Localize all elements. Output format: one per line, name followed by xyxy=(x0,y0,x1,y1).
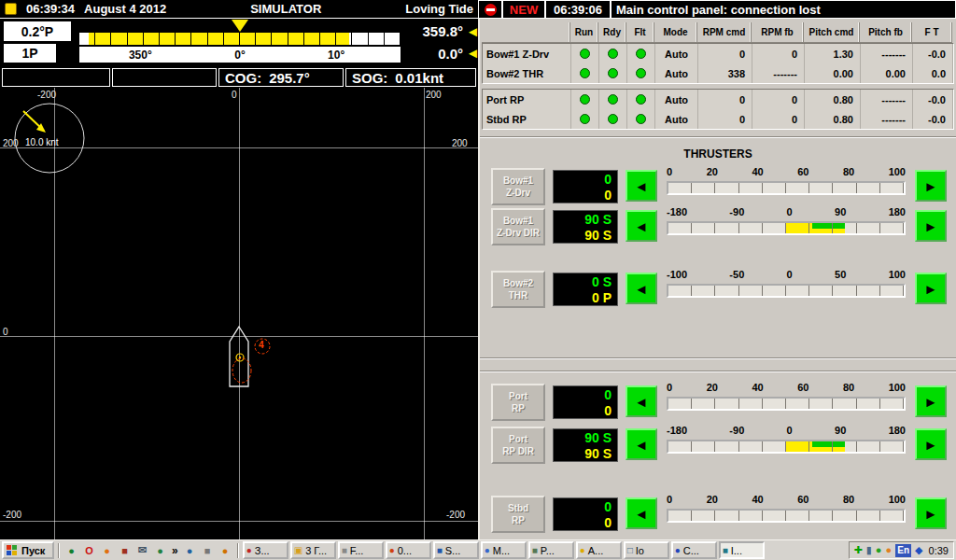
bow2-thr-button[interactable]: Bow#2 THR xyxy=(491,271,545,308)
table-header-row: Run Rdy Flt Mode RPM cmd RPM fb Pitch cm… xyxy=(482,22,954,43)
decrease-button[interactable]: ◄ xyxy=(626,273,657,304)
increase-button[interactable]: ► xyxy=(915,497,947,529)
decrease-button[interactable]: ◄ xyxy=(626,428,657,460)
increase-button[interactable]: ► xyxy=(915,170,947,202)
target-number: 4 xyxy=(259,340,264,350)
task-label: F... xyxy=(350,545,364,556)
thruster-name: Bow#1 Z-Drv xyxy=(483,44,571,63)
language-indicator[interactable]: En xyxy=(895,544,911,557)
quicklaunch-icon-4[interactable]: ■ xyxy=(117,542,133,558)
increase-button[interactable]: ► xyxy=(915,385,947,417)
thruster-row-port-rp: Port RP 0 0 ◄ 0 20 40 60 80 100 ► xyxy=(480,382,956,423)
task-icon: ■ xyxy=(532,546,538,555)
taskbar-button-4[interactable]: ● 0... xyxy=(386,541,431,559)
scale-tick-label: 50 xyxy=(835,269,846,282)
tray-icon-4[interactable]: ● xyxy=(885,545,892,555)
bow1-zdrv-dir-button[interactable]: Bow#1 Z-Drv DIR xyxy=(491,208,545,245)
toolbar-overflow-chevron[interactable]: » xyxy=(170,544,180,557)
col-flt: Flt xyxy=(626,22,654,43)
header-blank xyxy=(482,22,570,43)
quicklaunch-icon-1[interactable]: ● xyxy=(63,542,79,558)
quicklaunch-icon-8[interactable]: ■ xyxy=(200,542,216,558)
table-row: Port RP Auto 0 0 0.80 ------- -0.0 xyxy=(483,90,953,109)
value-display: 90 S 90 S xyxy=(553,428,618,462)
scale-tick-label: -180 xyxy=(667,425,687,438)
port-rp-dir-button[interactable]: Port RP DIR xyxy=(491,427,545,464)
clock-time: 06:39:34 xyxy=(26,2,75,16)
col-rpm-cmd: RPM cmd xyxy=(697,22,752,43)
scale-tick-label: -90 xyxy=(729,206,744,219)
tray-clock[interactable]: 0:39 xyxy=(927,545,949,556)
tray-icon-2[interactable]: ▮ xyxy=(866,545,872,555)
alarm-new-badge[interactable]: NEW xyxy=(502,0,545,19)
taskbar-button-3[interactable]: ■ F... xyxy=(338,541,384,559)
scale-bar xyxy=(667,284,906,298)
scale-tick-label: 0 xyxy=(667,166,672,179)
decrease-button[interactable]: ◄ xyxy=(626,385,657,417)
scale-tick-label: 0 xyxy=(667,382,672,395)
tray-icon-1[interactable]: ✚ xyxy=(854,545,863,555)
quicklaunch-icon-9[interactable]: ● xyxy=(218,542,233,558)
no-entry-icon xyxy=(485,4,497,16)
port-rp-button[interactable]: Port RP xyxy=(491,384,545,421)
value-display: 0 0 xyxy=(553,170,618,203)
taskbar-button-7[interactable]: ■ P... xyxy=(528,541,574,559)
scale-tick-label: 0 xyxy=(667,494,672,507)
scale-tick-label: 40 xyxy=(752,494,763,507)
left-arrow-icon: ◄ xyxy=(635,506,649,522)
increase-button[interactable]: ► xyxy=(915,210,947,242)
scale-tick-label: 80 xyxy=(843,494,854,507)
cog-cell: COG: 295.7° xyxy=(218,68,344,87)
taskbar-button-6[interactable]: ● M... xyxy=(481,541,527,559)
tray-icon-3[interactable]: ● xyxy=(876,545,882,555)
rpm-fb-value: 0 xyxy=(752,109,805,129)
decrease-button[interactable]: ◄ xyxy=(626,170,657,202)
quicklaunch-icon-6[interactable]: ● xyxy=(152,542,168,558)
scale-labels: 0 20 40 60 80 100 xyxy=(667,166,906,179)
quicklaunch-icon-2[interactable]: O xyxy=(81,542,97,558)
cog-sog-bar: COG: 295.7° SOG: 0.01knt xyxy=(0,67,478,88)
folder-icon: ▣ xyxy=(294,546,302,555)
decrease-button[interactable]: ◄ xyxy=(626,210,657,242)
increase-button[interactable]: ► xyxy=(915,428,947,460)
task-icon: ● xyxy=(389,546,395,555)
start-button[interactable]: Пуск xyxy=(2,541,54,559)
task-icon: ■ xyxy=(437,546,443,555)
alarm-message[interactable]: Main control panel: connection lost xyxy=(611,0,956,19)
quicklaunch-icon-5[interactable]: ✉ xyxy=(134,542,150,558)
taskbar-button-11-active[interactable]: ■ I... xyxy=(719,541,765,559)
thruster-scale: 0 20 40 60 80 100 xyxy=(667,382,906,411)
taskbar-button-10[interactable]: ● C... xyxy=(671,541,717,559)
scale-labels: 0 20 40 60 80 100 xyxy=(667,382,906,395)
rpm-fb-value: 0 xyxy=(752,44,805,63)
ready-indicator xyxy=(608,94,618,105)
rpm-cmd-value: 0 xyxy=(698,44,752,63)
taskbar: Пуск ● O ● ■ ✉ ● » ● ■ ● ● З... ▣ 3 Г...… xyxy=(0,539,956,560)
taskbar-button-8[interactable]: ● A... xyxy=(576,541,622,559)
decrease-button[interactable]: ◄ xyxy=(626,497,657,529)
scale-tick-label: 90 xyxy=(835,425,846,438)
taskbar-button-2[interactable]: ▣ 3 Г... xyxy=(290,541,336,559)
task-label: Io xyxy=(636,545,644,556)
quicklaunch-icon-3[interactable]: ● xyxy=(99,542,115,558)
pitch-cmd-value: 1.30 xyxy=(805,44,861,63)
scale-tick-label: -50 xyxy=(729,269,744,282)
quicklaunch-icon-7[interactable]: ● xyxy=(182,542,198,558)
tray-icon-5[interactable]: ◆ xyxy=(915,545,922,555)
thruster-row-bow2-thr: Bow#2 THR 0 S 0 P ◄ -100 -50 0 50 100 ► xyxy=(480,269,956,310)
command-value: 0 P xyxy=(554,289,617,305)
task-icon: ■ xyxy=(723,546,728,555)
rdy-cell xyxy=(599,63,627,83)
taskbar-button-1[interactable]: ● З... xyxy=(243,541,288,559)
taskbar-button-5[interactable]: ■ S... xyxy=(433,541,479,559)
bow1-zdrv-button[interactable]: Bow#1 Z-Drv xyxy=(491,168,545,205)
status-bar-left: 06:39:34 August 4 2012 SIMULATOR Loving … xyxy=(0,0,478,19)
taskbar-button-9[interactable]: □ Io xyxy=(624,541,669,559)
increase-button[interactable]: ► xyxy=(915,273,947,304)
fault-indicator xyxy=(636,49,646,59)
stbd-rp-button[interactable]: Stbd RP xyxy=(491,496,545,533)
sog-value: 0.01knt xyxy=(395,70,443,86)
ready-indicator xyxy=(608,68,618,78)
ft-value: -0.0 xyxy=(913,109,953,129)
rpm-cmd-value: 0 xyxy=(698,109,752,129)
